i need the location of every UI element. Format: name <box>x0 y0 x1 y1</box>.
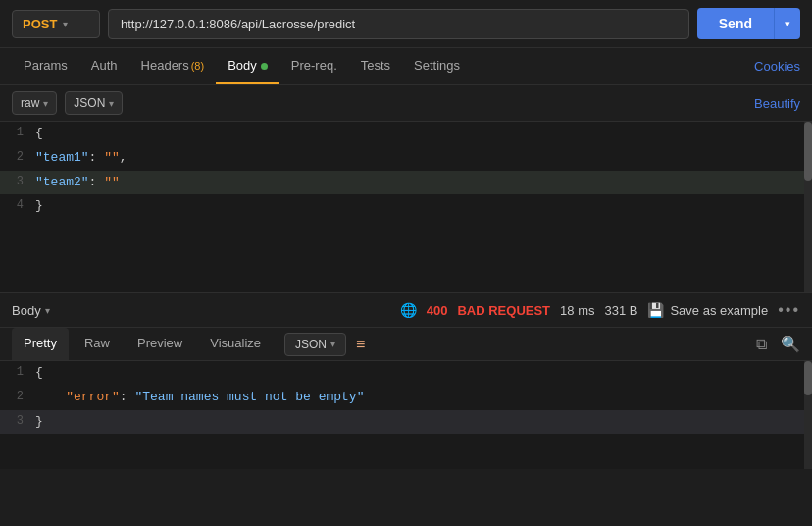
resp-tab-preview[interactable]: Preview <box>126 328 194 360</box>
response-scroll-thumb <box>804 361 812 395</box>
resp-line-2: 2 "error": "Team names must not be empty… <box>0 386 812 410</box>
filter-icon: ≡ <box>356 336 365 352</box>
json-dropdown[interactable]: JSON ▾ <box>65 91 123 115</box>
resp-line-1: 1 { <box>0 361 812 386</box>
editor-scrollbar[interactable] <box>804 122 812 292</box>
request-body-editor[interactable]: 1 { 2 "team1": "", 3 "team2": "" 4 } <box>0 122 812 293</box>
chevron-down-icon: ▾ <box>43 98 48 109</box>
editor-scroll-thumb <box>804 122 812 181</box>
body-toolbar: raw ▾ JSON ▾ Beautify <box>0 85 812 122</box>
chevron-down-icon: ▾ <box>109 98 114 109</box>
tab-settings[interactable]: Settings <box>402 48 472 84</box>
body-active-dot <box>261 63 268 70</box>
copy-icon: ⧉ <box>756 336 767 352</box>
more-options-button[interactable]: ••• <box>778 301 800 319</box>
method-dropdown[interactable]: POST ▾ <box>12 10 100 38</box>
send-dropdown-button[interactable]: ▾ <box>774 8 800 39</box>
response-status-bar: Body ▾ 🌐 400 BAD REQUEST 18 ms 331 B 💾 S… <box>0 293 812 328</box>
resp-tab-pretty[interactable]: Pretty <box>12 328 69 360</box>
tab-params[interactable]: Params <box>12 48 79 84</box>
send-button[interactable]: Send <box>697 8 774 39</box>
tab-bar-right: Cookies <box>754 59 800 74</box>
code-line-1: 1 { <box>0 122 812 146</box>
save-icon: 💾 <box>647 302 664 318</box>
code-line-4: 4 } <box>0 194 812 219</box>
save-as-example-button[interactable]: 💾 Save as example <box>647 302 768 318</box>
tab-headers[interactable]: Headers(8) <box>129 48 217 84</box>
cookies-button[interactable]: Cookies <box>754 59 800 74</box>
chevron-down-icon: ▾ <box>785 18 790 29</box>
status-code: 400 <box>427 303 448 318</box>
resp-tab-raw[interactable]: Raw <box>73 328 122 360</box>
globe-icon: 🌐 <box>400 302 417 318</box>
resp-line-3: 3 } <box>0 410 812 435</box>
copy-button[interactable]: ⧉ <box>756 335 767 353</box>
status-text: BAD REQUEST <box>457 303 550 318</box>
code-line-2: 2 "team1": "", <box>0 146 812 171</box>
response-size: 331 B <box>604 303 637 318</box>
response-scrollbar[interactable] <box>804 361 812 469</box>
search-icon: 🔍 <box>781 336 800 352</box>
send-button-group: Send ▾ <box>697 8 800 39</box>
response-tab-bar: Pretty Raw Preview Visualize JSON ▾ ≡ ⧉ … <box>0 328 812 361</box>
response-time: 18 ms <box>560 303 594 318</box>
response-body-label[interactable]: Body ▾ <box>12 303 50 318</box>
response-tab-actions: ⧉ 🔍 <box>756 335 800 353</box>
request-tab-bar: Params Auth Headers(8) Body Pre-req. Tes… <box>0 48 812 85</box>
response-body-editor: 1 { 2 "error": "Team names must not be e… <box>0 361 812 469</box>
raw-dropdown[interactable]: raw ▾ <box>12 91 57 115</box>
code-line-3: 3 "team2": "" <box>0 171 812 195</box>
method-label: POST <box>23 17 57 31</box>
top-bar: POST ▾ Send ▾ <box>0 0 812 48</box>
tab-body[interactable]: Body <box>216 48 279 84</box>
filter-icon-button[interactable]: ≡ <box>356 336 365 353</box>
search-button[interactable]: 🔍 <box>781 335 800 353</box>
tab-auth[interactable]: Auth <box>79 48 129 84</box>
beautify-button[interactable]: Beautify <box>754 96 800 111</box>
chevron-down-icon: ▾ <box>45 305 50 316</box>
response-format-dropdown[interactable]: JSON ▾ <box>284 333 346 356</box>
resp-tab-visualize[interactable]: Visualize <box>198 328 273 360</box>
tab-tests[interactable]: Tests <box>349 48 402 84</box>
chevron-down-icon: ▾ <box>63 19 68 29</box>
chevron-down-icon: ▾ <box>330 339 335 349</box>
tab-pre-req[interactable]: Pre-req. <box>279 48 349 84</box>
url-input[interactable] <box>108 9 689 39</box>
